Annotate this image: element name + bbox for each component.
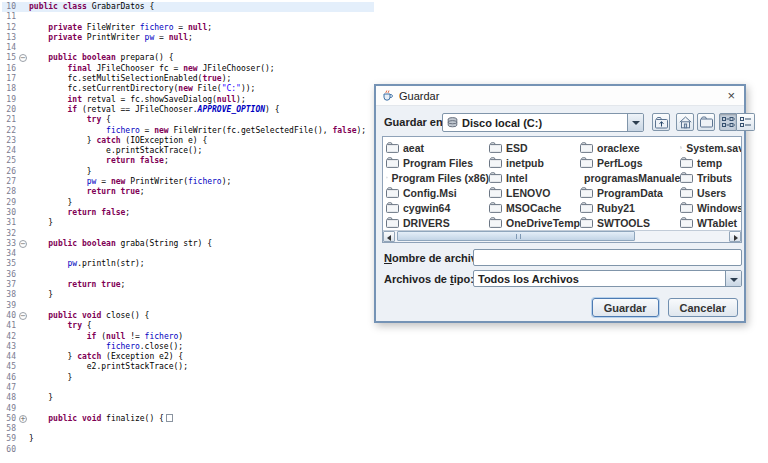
chevron-down-icon[interactable]	[725, 271, 741, 286]
file-item[interactable]: Users	[680, 185, 742, 200]
code-line[interactable]: 15− public boolean prepara() {	[2, 53, 374, 63]
look-in-combobox[interactable]: Disco local (C:)	[442, 113, 644, 132]
file-item[interactable]: Intel	[489, 170, 580, 185]
code-line[interactable]: 25 return false;	[2, 156, 374, 166]
file-item[interactable]: temp	[680, 155, 742, 170]
file-type-combobox[interactable]: Todos los Archivos	[473, 270, 742, 287]
code-line[interactable]: 21 try {	[2, 115, 374, 125]
file-item[interactable]: OneDriveTemp	[489, 215, 580, 230]
new-folder-button[interactable]	[697, 113, 715, 131]
file-item[interactable]: cygwin64	[386, 200, 489, 215]
code-line[interactable]: 35 pw.println(str);	[2, 259, 374, 269]
line-number: 16	[2, 64, 16, 74]
code-line[interactable]: 59}	[2, 434, 374, 444]
code-line[interactable]: 58	[2, 424, 374, 434]
code-line[interactable]: 32	[2, 229, 374, 239]
file-item[interactable]: System.sav	[680, 140, 742, 155]
code-editor[interactable]: 10public class GrabarDatos {11 12 privat…	[2, 2, 374, 455]
fold-collapse-icon[interactable]: −	[19, 240, 27, 248]
file-item[interactable]: LENOVO	[489, 185, 580, 200]
code-line[interactable]: 48 }	[2, 393, 374, 403]
code-line[interactable]: 19 int retval = fc.showSaveDialog(null);	[2, 95, 374, 105]
code-line[interactable]: 40− public void close() {	[2, 311, 374, 321]
file-column: System.savtempTributsUsersWindowsWTablet	[680, 140, 742, 242]
file-item[interactable]: programasManuales	[580, 170, 680, 185]
line-number: 50	[2, 414, 16, 424]
file-item[interactable]: Tributs	[680, 170, 742, 185]
file-item[interactable]: WTablet	[680, 215, 742, 230]
fold-collapse-icon[interactable]: −	[19, 312, 27, 320]
code-line[interactable]: 16 final JFileChooser fc = new JFileChoo…	[2, 64, 374, 74]
home-button[interactable]	[676, 113, 694, 131]
code-line[interactable]: 38 }	[2, 290, 374, 300]
code-line[interactable]: 39	[2, 301, 374, 311]
close-icon[interactable]: ×	[727, 88, 735, 103]
file-item[interactable]: Ruby21	[580, 200, 680, 215]
file-item[interactable]: DRIVERS	[386, 215, 489, 230]
file-item[interactable]: oraclexe	[580, 140, 680, 155]
code-line[interactable]: 29 }	[2, 198, 374, 208]
code-line[interactable]: 42 if (null != fichero)	[2, 332, 374, 342]
dialog-titlebar[interactable]: Guardar ×	[376, 86, 744, 106]
file-name-input[interactable]	[473, 249, 742, 266]
code-line[interactable]: 33− public boolean graba(String str) {	[2, 239, 374, 249]
code-line[interactable]: 20 if (retval == JFileChooser.APPROVE_OP…	[2, 105, 374, 115]
code-line[interactable]: 22 fichero = new FileWriter(fc.getSelect…	[2, 126, 374, 136]
fold-collapse-icon[interactable]: −	[19, 54, 27, 62]
code-line[interactable]: 12 private FileWriter fichero = null;	[2, 23, 374, 33]
file-item[interactable]: Program Files (x86)	[386, 170, 489, 185]
file-list[interactable]: aeatProgram FilesProgram Files (x86)Conf…	[382, 136, 742, 243]
code-line[interactable]: 36	[2, 270, 374, 280]
code-line[interactable]: 13 private PrintWriter pw = null;	[2, 33, 374, 43]
scrollbar-thumb[interactable]	[397, 231, 635, 241]
file-item[interactable]: SWTOOLS	[580, 215, 680, 230]
code-line[interactable]: 28 return true;	[2, 187, 374, 197]
file-item[interactable]: ESD	[489, 140, 580, 155]
line-number: 42	[2, 332, 16, 342]
file-item[interactable]: MSOCache	[489, 200, 580, 215]
code-line[interactable]: 27 pw = new PrintWriter(fichero);	[2, 177, 374, 187]
code-line[interactable]: 31 }	[2, 218, 374, 228]
file-item[interactable]: Program Files	[386, 155, 489, 170]
fold-expand-icon[interactable]: +	[19, 415, 27, 423]
code-line[interactable]: 47	[2, 383, 374, 393]
details-view-button[interactable]	[737, 113, 755, 131]
line-number: 23	[2, 136, 16, 146]
code-line[interactable]: 23 } catch (IOException e) {	[2, 136, 374, 146]
chevron-down-icon[interactable]	[627, 114, 643, 131]
code-line[interactable]: 37 return true;	[2, 280, 374, 290]
code-line[interactable]: 18 fc.setCurrentDirectory(new File("C:")…	[2, 84, 374, 94]
save-button[interactable]: Guardar	[592, 298, 659, 317]
code-line[interactable]: 24 e.printStackTrace();	[2, 146, 374, 156]
file-item[interactable]: ProgramData	[580, 185, 680, 200]
scroll-left-icon[interactable]	[383, 231, 395, 242]
code-line[interactable]: 41 try {	[2, 321, 374, 331]
code-line[interactable]: 34	[2, 249, 374, 259]
line-number: 43	[2, 342, 16, 352]
list-view-button[interactable]	[719, 113, 737, 131]
code-line[interactable]: 14	[2, 43, 374, 53]
horizontal-scrollbar[interactable]	[383, 230, 741, 242]
code-line[interactable]: 17 fc.setMultiSelectionEnabled(true);	[2, 74, 374, 84]
code-line[interactable]: 45 e2.printStackTrace();	[2, 362, 374, 372]
cancel-button[interactable]: Cancelar	[668, 298, 738, 317]
code-line[interactable]: 44 } catch (Exception e2) {	[2, 352, 374, 362]
file-item[interactable]: inetpub	[489, 155, 580, 170]
file-item[interactable]: Config.Msi	[386, 185, 489, 200]
file-item[interactable]: PerfLogs	[580, 155, 680, 170]
code-line[interactable]: 60	[2, 445, 374, 455]
code-line[interactable]: 50+ public void finalize() {	[2, 414, 374, 424]
code-line[interactable]: 10public class GrabarDatos {	[2, 2, 374, 12]
code-line[interactable]: 26 }	[2, 167, 374, 177]
up-folder-button[interactable]	[652, 113, 670, 131]
file-item[interactable]: aeat	[386, 140, 489, 155]
code-line[interactable]: 49	[2, 404, 374, 414]
code-line[interactable]: 11	[2, 12, 374, 22]
file-item[interactable]: Windows	[680, 200, 742, 215]
scrollbar-track[interactable]	[395, 231, 729, 242]
code-line[interactable]: 46 }	[2, 373, 374, 383]
code-line[interactable]: 30 return false;	[2, 208, 374, 218]
folder-icon	[680, 202, 693, 213]
scroll-right-icon[interactable]	[729, 231, 741, 242]
code-line[interactable]: 43 fichero.close();	[2, 342, 374, 352]
